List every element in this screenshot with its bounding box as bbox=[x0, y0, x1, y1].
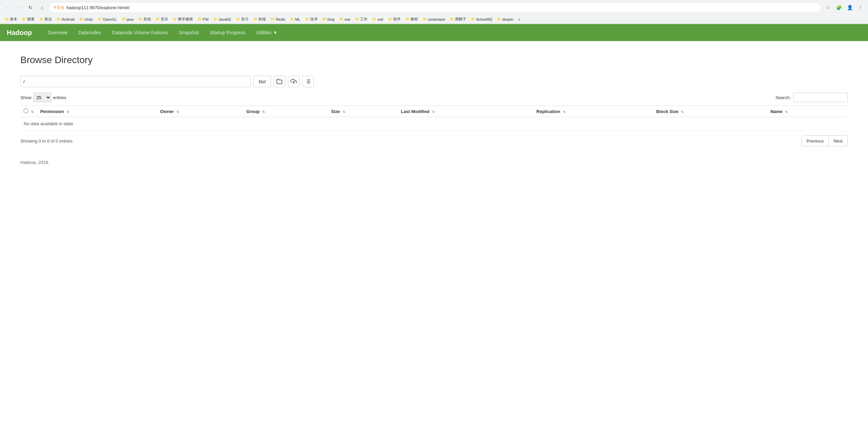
sort-icon-block-size: ⇅ bbox=[681, 110, 684, 114]
address-bar: 不安全 bbox=[49, 2, 821, 13]
bookmark-Android[interactable]: 📁Android bbox=[55, 17, 77, 22]
nav-item-snapshot[interactable]: Snapshot bbox=[174, 25, 204, 40]
bookmark-JavaEE[interactable]: 📁JavaEE bbox=[212, 17, 234, 22]
table-header-row: ⇅ Permission ⇅ Owner ⇅ Group ⇅ Size ⇅ bbox=[20, 106, 848, 117]
table-header-owner[interactable]: Owner ⇅ bbox=[157, 106, 243, 117]
bookmark-技术[interactable]: 📁技术 bbox=[303, 16, 320, 22]
hadoop-navbar: Hadoop Overview Datanodes Datanode Volum… bbox=[0, 24, 868, 41]
sort-icon-permission: ⇅ bbox=[66, 110, 69, 114]
footer: Hadoop, 2019. bbox=[20, 160, 848, 165]
bookmark-deepin[interactable]: 📁deepin bbox=[495, 17, 515, 22]
show-entries-left: Show 10 25 50 100 entries bbox=[20, 93, 66, 102]
footer-text: Hadoop, 2019. bbox=[20, 160, 49, 165]
bookmark-算法[interactable]: 📁算法 bbox=[37, 16, 54, 22]
table-header-last-modified[interactable]: Last Modified ⇅ bbox=[398, 106, 533, 117]
select-all-checkbox[interactable] bbox=[24, 109, 28, 113]
forward-button[interactable]: → bbox=[14, 3, 24, 12]
sort-icon-replication: ⇅ bbox=[563, 110, 566, 114]
list-icon-button[interactable] bbox=[302, 76, 314, 87]
bookmark-工作[interactable]: 📁工作 bbox=[353, 16, 370, 22]
bookmark-more[interactable]: » bbox=[516, 17, 522, 22]
bookmarks-bar: 📁基本 📁搜索 📁算法 📁Android 📁Unity 📁OpenGL 📁jav… bbox=[0, 15, 868, 24]
table-header-block-size[interactable]: Block Size ⇅ bbox=[653, 106, 767, 117]
upload-icon-button[interactable] bbox=[288, 76, 299, 87]
bookmark-vue[interactable]: 📁vue bbox=[337, 17, 353, 22]
sort-icon-owner: ⇅ bbox=[176, 110, 179, 114]
table-header-replication[interactable]: Replication ⇅ bbox=[533, 106, 653, 117]
extensions-button[interactable]: 🧩 bbox=[834, 3, 844, 12]
entries-select[interactable]: 10 25 50 100 bbox=[34, 93, 51, 102]
bookmark-软件[interactable]: 📁软件 bbox=[386, 16, 403, 22]
bookmark-star-button[interactable]: ☆ bbox=[823, 3, 833, 12]
table-header-name[interactable]: Name ⇅ bbox=[767, 106, 848, 117]
security-warning: 不安全 bbox=[53, 5, 64, 10]
nav-item-utilities[interactable]: Utilities ▼ bbox=[251, 25, 283, 40]
sort-icon-checkbox: ⇅ bbox=[31, 110, 34, 114]
no-data-row: No data available in table bbox=[20, 117, 848, 131]
entries-label: entries bbox=[53, 95, 66, 100]
search-input[interactable] bbox=[793, 93, 848, 102]
next-button[interactable]: Next bbox=[829, 135, 848, 146]
previous-button[interactable]: Previous bbox=[802, 135, 829, 146]
folder-icon-button[interactable] bbox=[274, 76, 285, 87]
sort-icon-group: ⇅ bbox=[262, 110, 265, 114]
showing-text: Showing 0 to 0 of 0 entries bbox=[20, 138, 73, 144]
bookmark-Redis[interactable]: 📁Redis bbox=[269, 17, 287, 22]
pagination-buttons: Previous Next bbox=[802, 135, 848, 146]
bookmark-Unity[interactable]: 📁Unity bbox=[77, 17, 95, 22]
bookmark-搜索[interactable]: 📁搜索 bbox=[20, 16, 37, 22]
bookmark-音乐[interactable]: 📁音乐 bbox=[154, 16, 170, 22]
nav-item-startup-progress[interactable]: Startup Progress bbox=[204, 25, 251, 40]
bookmark-前端[interactable]: 📁前端 bbox=[251, 16, 268, 22]
utilities-label: Utilities bbox=[256, 30, 272, 35]
search-label: Search: bbox=[775, 95, 791, 100]
bookmark-OpenGL[interactable]: 📁OpenGL bbox=[96, 17, 119, 22]
back-button[interactable]: ← bbox=[3, 3, 12, 12]
nav-item-datanodes[interactable]: Datanodes bbox=[73, 25, 107, 40]
bookmark-黑帽子[interactable]: 📁黑帽子 bbox=[448, 16, 468, 22]
show-row: Show 10 25 50 100 entries Search: bbox=[20, 93, 848, 102]
no-data-message: No data available in table bbox=[20, 117, 848, 131]
table-header-size[interactable]: Size ⇅ bbox=[328, 106, 397, 117]
sort-icon-last-modified: ⇅ bbox=[432, 110, 435, 114]
nav-item-datanode-volume-failures[interactable]: Datanode Volume Failures bbox=[107, 25, 174, 40]
go-button[interactable]: Go! bbox=[254, 76, 271, 87]
bookmark-java[interactable]: 📁java bbox=[120, 17, 136, 22]
sort-icon-size: ⇅ bbox=[342, 110, 345, 114]
path-input[interactable] bbox=[20, 76, 251, 87]
hadoop-brand: Hadoop bbox=[7, 29, 32, 37]
table-header-permission[interactable]: Permission ⇅ bbox=[37, 106, 157, 117]
profile-button[interactable]: 👤 bbox=[845, 3, 854, 12]
bookmark-ActiveMQ[interactable]: 📁ActiveMQ bbox=[469, 17, 494, 22]
bookmark-实习[interactable]: 📁实习 bbox=[234, 16, 251, 22]
browser-toolbar: ← → ↻ ⌂ 不安全 ☆ 🧩 👤 ⋮ bbox=[0, 0, 868, 15]
home-button[interactable]: ⌂ bbox=[37, 3, 47, 12]
pagination-row: Showing 0 to 0 of 0 entries Previous Nex… bbox=[20, 135, 848, 146]
sort-icon-name: ⇅ bbox=[785, 110, 788, 114]
utilities-dropdown-icon: ▼ bbox=[273, 30, 278, 35]
data-table: ⇅ Permission ⇅ Owner ⇅ Group ⇅ Size ⇅ bbox=[20, 106, 848, 131]
table-header-checkbox: ⇅ bbox=[20, 106, 37, 117]
address-input[interactable] bbox=[66, 5, 817, 10]
menu-button[interactable]: ⋮ bbox=[856, 3, 865, 12]
show-label: Show bbox=[20, 95, 32, 100]
bookmark-PW[interactable]: 📁PW bbox=[196, 17, 211, 22]
bookmark-ML[interactable]: 📁ML bbox=[288, 17, 302, 22]
table-header-group[interactable]: Group ⇅ bbox=[243, 106, 328, 117]
search-row: Search: bbox=[775, 93, 848, 102]
bookmark-blog[interactable]: 📁blog bbox=[320, 17, 337, 22]
browser-actions: ☆ 🧩 👤 ⋮ bbox=[823, 3, 865, 12]
hadoop-nav-items: Overview Datanodes Datanode Volume Failu… bbox=[42, 25, 283, 40]
browser-chrome: ← → ↻ ⌂ 不安全 ☆ 🧩 👤 ⋮ 📁基本 📁搜索 📁算法 📁Android… bbox=[0, 0, 868, 24]
nav-item-overview[interactable]: Overview bbox=[42, 25, 73, 40]
refresh-button[interactable]: ↻ bbox=[26, 3, 35, 12]
path-row: Go! bbox=[20, 76, 848, 87]
bookmark-教学建模[interactable]: 📁教学建模 bbox=[171, 16, 195, 22]
bookmark-solr[interactable]: 📁solr bbox=[370, 17, 386, 22]
page-title: Browse Directory bbox=[20, 55, 848, 66]
bookmark-教程[interactable]: 📁教程 bbox=[403, 16, 420, 22]
bookmark-其他[interactable]: 📁其他 bbox=[136, 16, 153, 22]
main-content: Browse Directory Go! bbox=[0, 41, 868, 179]
bookmark-基本[interactable]: 📁基本 bbox=[3, 16, 19, 22]
bookmark-zookeeper[interactable]: 📁zookeeper bbox=[421, 17, 447, 22]
